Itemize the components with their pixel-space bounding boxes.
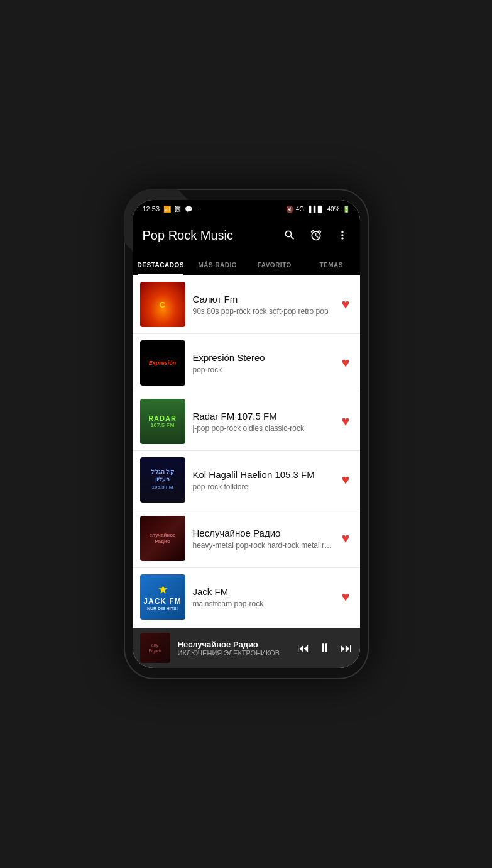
- now-playing-title: Неслучайное Радио: [178, 640, 290, 649]
- more-vert-icon: [336, 229, 349, 242]
- jack-star: ★: [158, 584, 167, 596]
- tabs-bar: DESTACADOS MÁS RADIO FAVORITO TEMAS: [133, 253, 360, 275]
- station-item-3[interactable]: RADAR 107.5 FM Radar FM 107.5 FM j-pop p…: [133, 392, 360, 451]
- np-thumb-art: слуРадио: [147, 641, 162, 655]
- favorite-btn-2[interactable]: ♥: [341, 355, 349, 371]
- station-tags-5: heavy-metal pop-rock hard-rock metal ro.…: [193, 541, 334, 550]
- station-info-6: Jack FM mainstream pop-rock: [193, 586, 334, 608]
- station-thumb-2: Expresión: [140, 340, 185, 386]
- search-icon: [283, 229, 296, 242]
- status-time: 12:53: [143, 205, 160, 213]
- station-tags-3: j-pop pop-rock oldies classic-rock: [193, 424, 334, 433]
- favorite-btn-3[interactable]: ♥: [341, 413, 349, 430]
- station-name-2: Expresión Stereo: [193, 352, 334, 363]
- next-button[interactable]: ⏭: [340, 641, 353, 655]
- station-name-6: Jack FM: [193, 586, 334, 597]
- kol-art: קול הגלילהעליון105.3 FM: [140, 457, 185, 503]
- station-tags-6: mainstream pop-rock: [193, 599, 334, 608]
- expresion-art: Expresión: [140, 340, 185, 386]
- station-name-3: Radar FM 107.5 FM: [193, 411, 334, 421]
- favorite-btn-6[interactable]: ♥: [341, 589, 349, 605]
- prev-button[interactable]: ⏮: [297, 641, 310, 655]
- pause-button[interactable]: ⏸: [319, 641, 331, 655]
- station-item-2[interactable]: Expresión Expresión Stereo pop-rock ♥: [133, 334, 360, 392]
- alarm-button[interactable]: [309, 228, 324, 243]
- neslu-art: случайноеРадио: [140, 516, 185, 561]
- battery-icon: 🔋: [342, 206, 350, 213]
- station-info-5: Неслучайное Радио heavy-metal pop-rock h…: [193, 528, 334, 550]
- station-thumb-5: случайноеРадио: [140, 516, 185, 561]
- wifi-icon: 📶: [163, 206, 171, 213]
- tab-temas[interactable]: TEMAS: [303, 253, 360, 275]
- station-info-3: Radar FM 107.5 FM j-pop pop-rock oldies …: [193, 411, 334, 433]
- radar-art: RADAR 107.5 FM: [140, 399, 185, 444]
- station-info-4: Kol Hagalil Haelion 105.3 FM pop-rock fo…: [193, 469, 334, 491]
- now-playing-track: ИКЛЮЧЕНИЯ ЭЛЕКТРОНИКОВ: [178, 649, 290, 657]
- phone-screen: 12:53 📶 🖼 💬 ··· 🔇 4G ▐▐▐▌ 40% 🔋 Pop Rock…: [133, 200, 360, 668]
- alarm-icon: [310, 229, 322, 242]
- mute-icon: 🔇: [286, 206, 293, 213]
- station-name-4: Kol Hagalil Haelion 105.3 FM: [193, 469, 334, 480]
- chat-icon: 💬: [185, 206, 192, 213]
- signal-bars: ▐▐▐▌: [307, 206, 324, 213]
- status-right: 🔇 4G ▐▐▐▌ 40% 🔋: [286, 206, 350, 213]
- tab-destacados[interactable]: DESTACADOS: [133, 253, 190, 275]
- station-item-6[interactable]: ★ JACK FM NUR DIE HITS! Jack FM mainstre…: [133, 568, 360, 626]
- station-thumb-6: ★ JACK FM NUR DIE HITS!: [140, 574, 185, 620]
- tab-favorito[interactable]: FAVORITO: [246, 253, 303, 275]
- more-button[interactable]: [335, 228, 350, 243]
- status-left: 12:53 📶 🖼 💬 ···: [143, 205, 202, 213]
- station-tags-1: 90s 80s pop-rock rock soft-pop retro pop: [193, 307, 334, 316]
- now-playing-thumb: слуРадио: [140, 633, 170, 663]
- favorite-btn-1[interactable]: ♥: [341, 296, 349, 313]
- tab-mas-radio[interactable]: MÁS RADIO: [189, 253, 246, 275]
- station-tags-2: pop-rock: [193, 365, 334, 374]
- status-bar: 12:53 📶 🖼 💬 ··· 🔇 4G ▐▐▐▌ 40% 🔋: [133, 200, 360, 218]
- search-button[interactable]: [282, 228, 297, 243]
- favorite-btn-5[interactable]: ♥: [341, 530, 349, 547]
- station-item-5[interactable]: случайноеРадио Неслучайное Радио heavy-m…: [133, 509, 360, 568]
- station-name-1: Салют Fm: [193, 294, 334, 304]
- station-info-2: Expresión Stereo pop-rock: [193, 352, 334, 374]
- now-playing-info: Неслучайное Радио ИКЛЮЧЕНИЯ ЭЛЕКТРОНИКОВ: [178, 640, 290, 657]
- app-bar: Pop Rock Music: [133, 218, 360, 253]
- playback-controls: ⏮ ⏸ ⏭: [297, 641, 353, 655]
- station-item-4[interactable]: קול הגלילהעליון105.3 FM Kol Hagalil Hael…: [133, 451, 360, 509]
- more-icon: ···: [196, 206, 201, 213]
- battery-pct: 40%: [327, 206, 339, 213]
- station-name-5: Неслучайное Радио: [193, 528, 334, 538]
- app-title: Pop Rock Music: [143, 228, 282, 243]
- station-thumb-1: С: [140, 282, 185, 327]
- app-bar-icons: [282, 228, 350, 243]
- station-thumb-4: קול הגלילהעליון105.3 FM: [140, 457, 185, 503]
- station-tags-4: pop-rock folklore: [193, 482, 334, 491]
- gallery-icon: 🖼: [175, 206, 181, 213]
- data-icon: 4G: [296, 206, 304, 213]
- phone-frame: 12:53 📶 🖼 💬 ··· 🔇 4G ▐▐▐▌ 40% 🔋 Pop Rock…: [124, 189, 369, 679]
- station-info-1: Салют Fm 90s 80s pop-rock rock soft-pop …: [193, 294, 334, 316]
- station-thumb-3: RADAR 107.5 FM: [140, 399, 185, 444]
- station-list: С Салют Fm 90s 80s pop-rock rock soft-po…: [133, 275, 360, 628]
- salyut-art: С: [140, 282, 185, 327]
- now-playing-bar[interactable]: слуРадио Неслучайное Радио ИКЛЮЧЕНИЯ ЭЛЕ…: [133, 628, 360, 668]
- jack-art: ★ JACK FM NUR DIE HITS!: [140, 574, 185, 620]
- station-item-1[interactable]: С Салют Fm 90s 80s pop-rock rock soft-po…: [133, 275, 360, 334]
- favorite-btn-4[interactable]: ♥: [341, 472, 349, 488]
